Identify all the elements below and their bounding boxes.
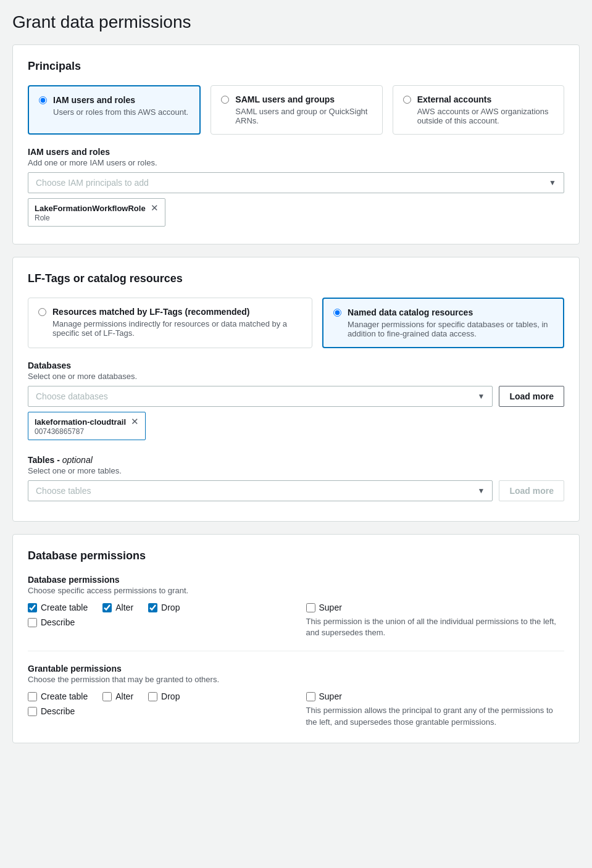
- g-perm-create-table-checkbox[interactable]: [28, 692, 37, 701]
- tables-sublabel: Select one or more tables.: [28, 466, 564, 475]
- g-perm-drop-checkbox[interactable]: [148, 692, 157, 701]
- radio-lftags[interactable]: [38, 308, 46, 316]
- databases-field-section: Databases Select one or more databases. …: [28, 361, 564, 443]
- iam-field-section: IAM users and roles Add one or more IAM …: [28, 147, 564, 229]
- databases-select-wrapper: Choose databases ▼ Load more: [28, 386, 564, 407]
- radio-external[interactable]: [403, 96, 411, 104]
- g-perm-describe-label: Describe: [41, 706, 75, 716]
- g-perm-alter-checkbox[interactable]: [102, 692, 112, 701]
- database-chip: lakeformation-cloudtrail ✕ 007436865787: [28, 412, 146, 440]
- perm-super-checkbox[interactable]: [306, 603, 315, 612]
- tables-placeholder: Choose tables: [36, 486, 91, 496]
- perm-describe: Describe: [28, 617, 75, 627]
- radio-named-title: Named data catalog resources: [348, 307, 553, 317]
- databases-select-arrow-icon: ▼: [478, 392, 485, 401]
- db-perms-grid: Create table Alter Drop Describe: [28, 603, 564, 638]
- radio-option-named[interactable]: Named data catalog resources Manager per…: [322, 298, 564, 348]
- tables-label: Tables - optional: [28, 455, 564, 465]
- radio-iam-desc: Users or roles from this AWS account.: [53, 107, 188, 117]
- grantable-perms-row-2: Describe: [28, 706, 286, 716]
- databases-sublabel: Select one or more databases.: [28, 372, 564, 381]
- perm-create-table-checkbox[interactable]: [28, 603, 37, 612]
- db-perms-right: Super This permission is the union of al…: [286, 603, 565, 638]
- iam-select-wrapper: Choose IAM principals to add ▼: [28, 172, 564, 193]
- radio-option-lftags[interactable]: Resources matched by LF-Tags (recommende…: [28, 298, 312, 348]
- perm-alter-checkbox[interactable]: [102, 603, 112, 612]
- iam-principal-chip: LakeFormationWorkflowRole ✕ Role: [28, 198, 165, 227]
- iam-chip-close-icon[interactable]: ✕: [151, 202, 159, 214]
- radio-saml[interactable]: [221, 96, 229, 104]
- iam-select-arrow-icon: ▼: [549, 178, 556, 187]
- perm-super-label: Super: [319, 603, 342, 612]
- page-title: Grant data permissions: [12, 12, 580, 32]
- g-perm-alter: Alter: [102, 691, 133, 701]
- tables-select-input[interactable]: Choose tables ▼: [28, 480, 493, 501]
- radio-option-iam[interactable]: IAM users and roles Users or roles from …: [28, 85, 201, 135]
- db-perms-subsection: Database permissions Choose specific acc…: [28, 575, 564, 638]
- db-perms-subsection-title: Database permissions: [28, 575, 564, 585]
- g-perm-describe: Describe: [28, 706, 75, 716]
- perm-drop: Drop: [148, 603, 180, 612]
- db-permissions-section: Database permissions Database permission…: [12, 534, 580, 743]
- grantable-perms-grid: Create table Alter Drop Describe: [28, 691, 564, 727]
- g-perm-drop-label: Drop: [161, 691, 180, 701]
- lftags-section: LF-Tags or catalog resources Resources m…: [12, 257, 580, 522]
- tables-select-wrapper: Choose tables ▼ Load more: [28, 480, 564, 501]
- databases-load-more-button[interactable]: Load more: [499, 386, 564, 407]
- grantable-perms-subsection: Grantable permissions Choose the permiss…: [28, 664, 564, 727]
- perm-super: Super: [306, 603, 565, 612]
- perm-describe-checkbox[interactable]: [28, 618, 37, 627]
- grantable-perms-desc: Choose the permission that may be grante…: [28, 675, 564, 684]
- perm-create-table: Create table: [28, 603, 88, 612]
- radio-lftags-desc: Manage permissions indirectly for resour…: [52, 319, 302, 338]
- principals-section: Principals IAM users and roles Users or …: [12, 44, 580, 244]
- iam-principal-type: Role: [35, 214, 159, 222]
- tables-load-more-button[interactable]: Load more: [499, 480, 564, 501]
- database-chip-name: lakeformation-cloudtrail: [35, 417, 126, 427]
- g-perm-describe-checkbox[interactable]: [28, 707, 37, 716]
- db-perms-row-1: Create table Alter Drop: [28, 603, 286, 612]
- radio-iam-title: IAM users and roles: [53, 95, 188, 105]
- grantable-perms-left: Create table Alter Drop Describe: [28, 691, 286, 727]
- radio-iam[interactable]: [39, 96, 47, 104]
- databases-placeholder: Choose databases: [36, 391, 108, 401]
- perm-alter: Alter: [102, 603, 133, 612]
- radio-option-external[interactable]: External accounts AWS accounts or AWS or…: [393, 85, 564, 135]
- perm-drop-label: Drop: [161, 603, 180, 612]
- iam-chip-row: LakeFormationWorkflowRole ✕: [35, 202, 159, 214]
- perm-super-note: This permission is the union of all the …: [306, 616, 565, 638]
- g-perm-create-table: Create table: [28, 691, 88, 701]
- radio-named[interactable]: [333, 309, 341, 317]
- lftags-title: LF-Tags or catalog resources: [28, 272, 564, 285]
- perm-drop-checkbox[interactable]: [148, 603, 157, 612]
- tables-select-arrow-icon: ▼: [478, 486, 485, 495]
- radio-external-desc: AWS accounts or AWS organizations outsid…: [417, 107, 554, 125]
- radio-saml-title: SAML users and groups: [235, 94, 372, 104]
- databases-label: Databases: [28, 361, 564, 370]
- databases-select-input[interactable]: Choose databases ▼: [28, 386, 493, 407]
- grantable-perms-row-1: Create table Alter Drop: [28, 691, 286, 701]
- db-perms-subsection-desc: Choose specific access permissions to gr…: [28, 586, 564, 595]
- radio-external-title: External accounts: [417, 94, 554, 104]
- radio-option-saml[interactable]: SAML users and groups SAML users and gro…: [211, 85, 382, 135]
- db-permissions-title: Database permissions: [28, 549, 564, 562]
- g-perm-drop: Drop: [148, 691, 180, 701]
- radio-lftags-title: Resources matched by LF-Tags (recommende…: [52, 307, 302, 317]
- g-perm-create-table-label: Create table: [41, 691, 88, 701]
- perm-alter-label: Alter: [115, 603, 133, 612]
- iam-field-label: IAM users and roles: [28, 147, 564, 157]
- iam-select-input[interactable]: Choose IAM principals to add ▼: [28, 172, 564, 193]
- iam-select-placeholder: Choose IAM principals to add: [36, 178, 149, 188]
- grantable-perms-right: Super This permission allows the princip…: [286, 691, 565, 727]
- database-chip-close-icon[interactable]: ✕: [131, 416, 139, 427]
- radio-named-desc: Manager permissions for specific databas…: [348, 320, 553, 338]
- database-chip-id: 007436865787: [35, 427, 139, 436]
- grantable-perms-title: Grantable permissions: [28, 664, 564, 674]
- iam-field-sublabel: Add one or more IAM users or roles.: [28, 158, 564, 167]
- principal-type-group: IAM users and roles Users or roles from …: [28, 85, 564, 135]
- g-perm-alter-label: Alter: [115, 691, 133, 701]
- g-perm-super-checkbox[interactable]: [306, 692, 315, 701]
- tables-field-section: Tables - optional Select one or more tab…: [28, 455, 564, 501]
- principals-title: Principals: [28, 60, 564, 73]
- db-perms-left: Create table Alter Drop Describe: [28, 603, 286, 638]
